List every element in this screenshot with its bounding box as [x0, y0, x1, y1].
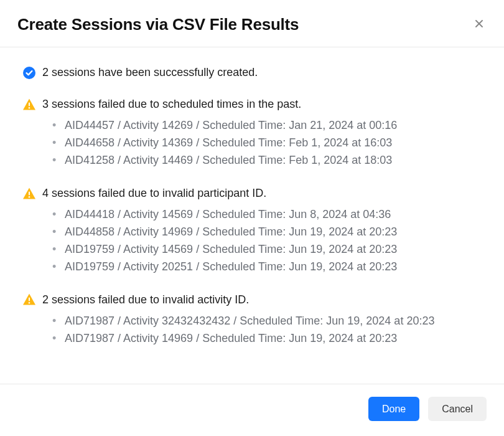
warning-triangle-icon	[22, 293, 36, 306]
error-section-invalid-participant: 4 sessions failed due to invalid partici…	[22, 186, 482, 276]
list-item: AID41258 / Activity 14469 / Scheduled Ti…	[52, 152, 482, 169]
close-icon	[474, 19, 484, 31]
list-item: AID44658 / Activity 14369 / Scheduled Ti…	[52, 135, 482, 152]
modal-title: Create Sessions via CSV File Results	[17, 15, 299, 34]
svg-point-8	[29, 302, 30, 304]
done-button[interactable]: Done	[368, 397, 419, 421]
svg-rect-3	[29, 102, 30, 106]
warning-triangle-icon	[22, 187, 36, 201]
success-message: 2 sessions have been successfully create…	[42, 65, 258, 80]
warning-triangle-icon	[22, 98, 36, 111]
error-header: 2 sessions failed due to invalid activit…	[22, 292, 482, 308]
list-item: AID44457 / Activity 14269 / Scheduled Ti…	[52, 117, 482, 135]
error-item-list: AID71987 / Activity 32432432432 / Schedu…	[52, 313, 482, 348]
modal-header: Create Sessions via CSV File Results	[0, 0, 504, 47]
modal-body: 2 sessions have been successfully create…	[0, 47, 504, 384]
list-item: AID71987 / Activity 14969 / Scheduled Ti…	[52, 330, 482, 348]
cancel-button[interactable]: Cancel	[428, 397, 487, 421]
error-message: 2 sessions failed due to invalid activit…	[42, 292, 249, 308]
svg-rect-5	[29, 191, 30, 195]
error-item-list: AID44418 / Activity 14569 / Scheduled Ti…	[52, 206, 482, 276]
list-item: AID19759 / Activity 14569 / Scheduled Ti…	[52, 241, 482, 258]
success-header: 2 sessions have been successfully create…	[22, 65, 482, 80]
svg-rect-7	[29, 298, 30, 301]
svg-point-4	[29, 107, 30, 109]
create-sessions-results-modal: Create Sessions via CSV File Results 2 s…	[0, 0, 504, 436]
check-circle-icon	[22, 66, 36, 80]
close-button[interactable]	[472, 16, 487, 33]
list-item: AID44418 / Activity 14569 / Scheduled Ti…	[52, 206, 482, 224]
success-section: 2 sessions have been successfully create…	[22, 65, 482, 80]
error-item-list: AID44457 / Activity 14269 / Scheduled Ti…	[52, 117, 482, 169]
svg-point-6	[29, 196, 30, 198]
error-header: 4 sessions failed due to invalid partici…	[22, 186, 482, 201]
error-section-invalid-activity: 2 sessions failed due to invalid activit…	[22, 292, 482, 348]
list-item: AID71987 / Activity 32432432432 / Schedu…	[52, 313, 482, 330]
error-header: 3 sessions failed due to scheduled times…	[22, 97, 482, 112]
list-item: AID44858 / Activity 14969 / Scheduled Ti…	[52, 224, 482, 241]
list-item: AID19759 / Activity 20251 / Scheduled Ti…	[52, 258, 482, 276]
error-message: 3 sessions failed due to scheduled times…	[42, 97, 301, 112]
modal-footer: Done Cancel	[0, 384, 504, 436]
error-section-past-times: 3 sessions failed due to scheduled times…	[22, 97, 482, 169]
error-message: 4 sessions failed due to invalid partici…	[42, 186, 266, 201]
